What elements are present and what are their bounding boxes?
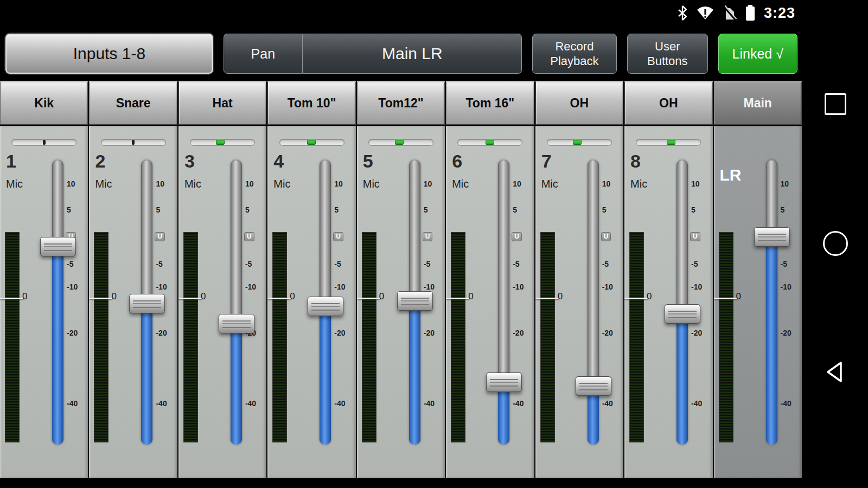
inputs-1-8-button[interactable]: Inputs 1-8 [5, 34, 213, 74]
channel-header[interactable]: Tom12" [357, 81, 445, 125]
fader-scale--5: -5 [691, 260, 698, 268]
user-buttons-button[interactable]: User Buttons [627, 34, 707, 74]
channel-header-label: Tom 16" [466, 96, 515, 111]
channel-source-type: Mic [630, 178, 647, 190]
main-header[interactable]: Main [714, 81, 802, 125]
channel-header[interactable]: Tom 10" [267, 81, 355, 125]
meter-zero-label: 0 [558, 291, 563, 302]
fader-scale--20: -20 [334, 329, 345, 337]
fader-fill [766, 237, 777, 445]
fader-scale--10: -10 [691, 282, 702, 291]
fader-handle[interactable] [308, 297, 343, 316]
meter-zero-tick [0, 298, 23, 299]
fader-scale-unity: U [244, 232, 254, 241]
channel-header[interactable]: Tom 16" [446, 81, 534, 125]
fader-scale-10: 10 [67, 179, 75, 188]
main-strip: LR 0 105U-5-10-20-40 [714, 126, 802, 478]
channel-number: 5 [363, 151, 373, 172]
pan-button[interactable]: Pan [224, 34, 303, 74]
fader-scale-5: 5 [513, 206, 517, 214]
pan-marker [216, 140, 225, 145]
pan-slider[interactable] [101, 139, 166, 146]
main-lr-button[interactable]: Main LR [303, 34, 522, 74]
fader-scale--10: -10 [156, 282, 167, 291]
channel-number: 2 [95, 151, 105, 172]
pan-slider[interactable] [279, 139, 344, 146]
fader-scale: 105U-5-10-20-40 [601, 126, 623, 478]
pan-slider[interactable] [368, 139, 433, 146]
meter-zero-tick [357, 298, 380, 299]
level-meter [540, 232, 555, 442]
pan-slider[interactable] [636, 139, 701, 146]
channel-number: 1 [6, 151, 16, 172]
fader-fill [409, 301, 420, 445]
mixer-strip-area: 1 Mic 0 105U-5-10-20-40 2 Mic 0 105U-5-1… [0, 126, 803, 478]
channel-header-label: Hat [213, 96, 233, 111]
pan-slider[interactable] [547, 139, 612, 146]
pan-marker [667, 140, 675, 145]
fader-handle[interactable] [40, 237, 76, 256]
back-button-icon[interactable] [824, 360, 847, 386]
channel-header[interactable]: Hat [178, 81, 266, 125]
channel-source-type: Mic [273, 178, 290, 190]
status-bar: 3:23 [0, 0, 803, 26]
fader-handle[interactable] [754, 227, 790, 247]
fader-scale-5: 5 [334, 206, 339, 214]
record-playback-button[interactable]: Record Playback [532, 34, 617, 74]
level-meter [183, 232, 198, 442]
user-buttons-line2: Buttons [647, 54, 688, 69]
linked-button[interactable]: Linked √ [718, 34, 798, 74]
fader-fill [231, 324, 242, 445]
channel-header[interactable]: OH [535, 81, 623, 125]
fader-scale: 105U-5-10-20-40 [780, 126, 802, 478]
fader-scale--40: -40 [424, 399, 435, 408]
battery-icon [745, 5, 755, 21]
mixer-app-screen: 3:23 Inputs 1-8 Pan Main LR Record Playb… [0, 0, 868, 488]
fader-scale: 105U-5-10-20-40 [512, 126, 534, 478]
pan-slider[interactable] [457, 139, 522, 146]
fader-scale-10: 10 [334, 179, 343, 188]
meter-zero-label: 0 [736, 291, 741, 302]
fader-scale--20: -20 [424, 329, 435, 337]
fader-handle[interactable] [486, 373, 522, 392]
meter-zero-tick [446, 298, 469, 299]
bluetooth-icon [677, 5, 688, 21]
toolbar: Inputs 1-8 Pan Main LR Record Playback U… [0, 27, 803, 80]
channel-header[interactable]: Kik [0, 81, 88, 125]
fader-scale--10: -10 [334, 282, 345, 291]
channel-header-label: Kik [34, 96, 54, 111]
channel-header-row: Kik Snare Hat Tom 10" Tom12" Tom 16" OH … [0, 81, 803, 125]
channel-header[interactable]: OH [624, 81, 712, 125]
fader-scale--20: -20 [781, 329, 792, 337]
status-time: 3:23 [764, 5, 795, 22]
channel-strip: 3 Mic 0 105U-5-10-20-40 [178, 126, 266, 478]
fader-scale-10: 10 [245, 179, 254, 188]
channel-strip: 8 Mic 0 105U-5-10-20-40 [624, 126, 712, 478]
fader-handle[interactable] [129, 294, 165, 313]
channel-header-label: Main [744, 96, 772, 111]
fader-handle[interactable] [665, 304, 700, 324]
no-sim-icon [723, 5, 737, 21]
fader-scale--5: -5 [602, 260, 609, 268]
pan-slider[interactable] [190, 139, 255, 146]
channel-source-type: Mic [363, 178, 380, 190]
fader-handle[interactable] [219, 314, 254, 333]
fader-scale: 105U-5-10-20-40 [66, 126, 88, 478]
home-button-icon[interactable] [823, 231, 848, 256]
record-playback-line1: Record [555, 39, 593, 54]
fader-scale-10: 10 [602, 179, 611, 188]
channel-number: 6 [452, 151, 462, 172]
fader-scale--40: -40 [513, 399, 524, 408]
fader-scale-5: 5 [156, 206, 160, 214]
pan-marker [486, 140, 494, 145]
recents-button-icon[interactable] [825, 93, 846, 115]
channel-header-label: Snare [116, 96, 151, 111]
channel-source-type: Mic [184, 178, 201, 190]
fader-handle[interactable] [397, 291, 433, 311]
pan-slider[interactable] [11, 139, 76, 146]
channel-header[interactable]: Snare [89, 81, 177, 125]
level-meter [719, 232, 733, 442]
fader-handle[interactable] [576, 376, 611, 396]
channel-header-label: OH [659, 96, 678, 111]
meter-zero-label: 0 [111, 291, 116, 302]
